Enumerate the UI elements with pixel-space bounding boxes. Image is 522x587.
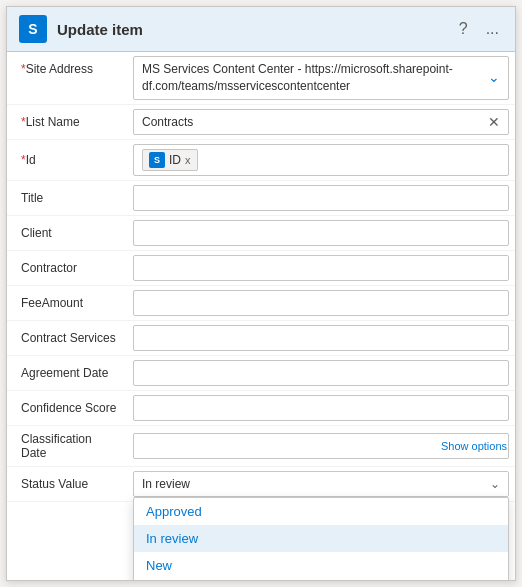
dropdown-option-rejected[interactable]: Rejected: [134, 579, 508, 580]
contract-services-row: Contract Services: [7, 321, 515, 356]
dropdown-option-new[interactable]: New: [134, 552, 508, 579]
confidence-score-row: Confidence Score: [7, 391, 515, 426]
client-label: Client: [7, 216, 127, 250]
title-label: Title: [7, 181, 127, 215]
site-address-chevron-icon: ⌄: [488, 68, 500, 88]
confidence-score-label: Confidence Score: [7, 391, 127, 425]
dialog-body: Site Address MS Services Content Center …: [7, 52, 515, 580]
fee-amount-input[interactable]: [133, 290, 509, 316]
classification-date-row: Classification Date Show options: [7, 426, 515, 467]
id-chip-icon: S: [149, 152, 165, 168]
fee-amount-label: FeeAmount: [7, 286, 127, 320]
title-field: [127, 181, 515, 215]
client-field: [127, 216, 515, 250]
classification-date-label: Classification Date: [7, 426, 127, 466]
site-address-field: MS Services Content Center - https://mic…: [127, 52, 515, 104]
agreement-date-input[interactable]: [133, 360, 509, 386]
app-icon: S: [19, 15, 47, 43]
list-name-row: List Name Contracts ✕: [7, 105, 515, 140]
status-dropdown-container: In review ⌄ Approved In review New Rejec…: [133, 471, 509, 497]
agreement-date-field: [127, 356, 515, 390]
id-row: Id S ID x: [7, 140, 515, 181]
agreement-date-label: Agreement Date: [7, 356, 127, 390]
contract-services-label: Contract Services: [7, 321, 127, 355]
client-input[interactable]: [133, 220, 509, 246]
confidence-score-field: [127, 391, 515, 425]
id-chip: S ID x: [142, 149, 198, 171]
status-dropdown-value: In review: [142, 477, 190, 491]
help-button[interactable]: ?: [455, 18, 472, 40]
contractor-input[interactable]: [133, 255, 509, 281]
more-button[interactable]: ...: [482, 18, 503, 40]
status-value-field: In review ⌄ Approved In review New Rejec…: [127, 467, 515, 501]
list-name-value: Contracts: [142, 115, 193, 129]
id-label: Id: [7, 140, 127, 180]
site-address-value: MS Services Content Center - https://mic…: [142, 61, 480, 95]
fee-amount-row: FeeAmount: [7, 286, 515, 321]
status-dropdown-popup: Approved In review New Rejected Enter cu…: [133, 497, 509, 580]
status-value-row: Status Value In review ⌄ Approved In rev…: [7, 467, 515, 502]
dialog-header: S Update item ? ...: [7, 7, 515, 52]
contract-services-field: [127, 321, 515, 355]
list-name-label: List Name: [7, 105, 127, 139]
agreement-date-row: Agreement Date: [7, 356, 515, 391]
dropdown-option-approved[interactable]: Approved: [134, 498, 508, 525]
dropdown-option-in-review[interactable]: In review: [134, 525, 508, 552]
status-chevron-icon: ⌄: [490, 477, 500, 491]
status-dropdown[interactable]: In review ⌄: [133, 471, 509, 497]
contractor-label: Contractor: [7, 251, 127, 285]
contractor-row: Contractor: [7, 251, 515, 286]
list-name-clear-icon[interactable]: ✕: [488, 114, 500, 130]
id-chip-label: ID: [169, 153, 181, 167]
contract-services-input[interactable]: [133, 325, 509, 351]
id-field: S ID x: [127, 140, 515, 180]
site-address-row: Site Address MS Services Content Center …: [7, 52, 515, 105]
update-item-dialog: S Update item ? ... Site Address MS Serv…: [6, 6, 516, 581]
confidence-score-input[interactable]: [133, 395, 509, 421]
list-name-field: Contracts ✕: [127, 105, 515, 139]
classification-date-field: Show options: [127, 426, 515, 466]
fee-amount-field: [127, 286, 515, 320]
title-row: Title: [7, 181, 515, 216]
contractor-field: [127, 251, 515, 285]
list-name-dropdown[interactable]: Contracts ✕: [133, 109, 509, 135]
show-options-link[interactable]: Show options: [441, 440, 507, 452]
client-row: Client: [7, 216, 515, 251]
status-value-label: Status Value: [7, 467, 127, 501]
id-chip-remove-icon[interactable]: x: [185, 154, 191, 166]
title-input[interactable]: [133, 185, 509, 211]
id-input[interactable]: S ID x: [133, 144, 509, 176]
header-actions: ? ...: [455, 18, 503, 40]
site-address-dropdown[interactable]: MS Services Content Center - https://mic…: [133, 56, 509, 100]
site-address-label: Site Address: [7, 52, 127, 82]
dialog-title: Update item: [57, 21, 455, 38]
